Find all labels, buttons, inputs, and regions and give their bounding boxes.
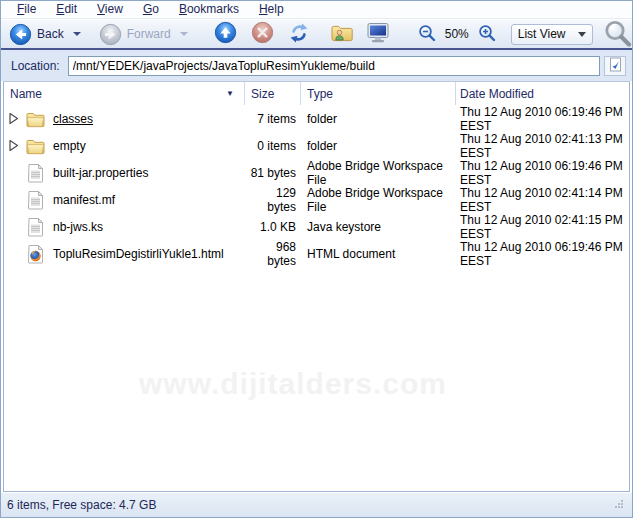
column-header-date[interactable]: Date Modified	[456, 82, 629, 105]
file-date: Thu 12 Aug 2010 02:41:15 PM EEST	[456, 213, 629, 241]
location-label: Location:	[11, 59, 60, 73]
file-size: 7 items	[245, 112, 301, 126]
status-text: 6 items, Free space: 4.7 GB	[7, 498, 156, 512]
magnifier-plus-icon	[478, 24, 496, 45]
zoom-in-button[interactable]	[478, 24, 496, 45]
menu-file[interactable]: File	[7, 1, 46, 18]
file-date: Thu 12 Aug 2010 06:19:46 PM EEST	[456, 105, 629, 133]
go-button[interactable]	[604, 56, 626, 76]
file-list: Name ▼ Size Type Date Modified classes 7…	[3, 81, 630, 492]
forward-circle-arrow-icon	[99, 23, 122, 46]
watermark: www.dijitalders.com	[139, 367, 447, 401]
expander-icon[interactable]	[8, 112, 21, 125]
forward-history-caret[interactable]	[180, 32, 188, 36]
go-icon	[609, 57, 622, 75]
search-icon	[603, 19, 632, 50]
table-row[interactable]: TopluResimDegistirliYukle1.html 968 byte…	[4, 240, 629, 267]
desktop-computer-icon	[366, 22, 390, 47]
search-button[interactable]	[603, 19, 632, 50]
view-mode-value: List View	[518, 27, 566, 41]
file-name[interactable]: classes	[53, 112, 93, 126]
file-date: Thu 12 Aug 2010 06:19:46 PM EEST	[456, 159, 629, 187]
column-size-label: Size	[251, 87, 274, 101]
expander-icon[interactable]	[8, 139, 21, 152]
file-name[interactable]: built-jar.properties	[53, 166, 148, 180]
file-size: 968 bytes	[245, 240, 301, 268]
forward-button[interactable]: Forward	[99, 23, 171, 46]
menu-bookmarks[interactable]: Bookmarks	[169, 1, 249, 18]
file-size: 0 items	[245, 139, 301, 153]
chevron-down-icon	[578, 32, 586, 37]
menu-view[interactable]: View	[87, 1, 133, 18]
location-bar: Location:	[1, 50, 632, 81]
folder-icon	[24, 110, 46, 128]
table-row[interactable]: built-jar.properties 81 bytes Adobe Brid…	[4, 159, 629, 186]
sort-descending-icon: ▼	[226, 89, 234, 98]
up-button[interactable]	[214, 21, 237, 47]
file-icon	[24, 217, 46, 237]
file-type: Adobe Bridge Workspace File	[301, 159, 456, 187]
column-header-type[interactable]: Type	[301, 82, 456, 105]
column-type-label: Type	[307, 87, 333, 101]
refresh-arrows-icon	[288, 22, 310, 47]
magnifier-minus-icon	[418, 24, 436, 45]
file-icon	[24, 163, 46, 183]
file-size: 1.0 KB	[245, 220, 301, 234]
file-type: Java keystore	[301, 220, 456, 234]
file-manager-window: File Edit View Go Bookmarks Help Back Fo…	[0, 0, 633, 518]
resize-grip-icon[interactable]	[613, 498, 624, 512]
back-history-caret[interactable]	[73, 32, 81, 36]
home-button[interactable]	[330, 22, 354, 47]
column-header-name[interactable]: Name ▼	[4, 82, 245, 105]
up-circle-arrow-icon	[214, 21, 237, 47]
list-header: Name ▼ Size Type Date Modified	[4, 82, 629, 105]
home-folder-person-icon	[330, 22, 354, 47]
zoom-level: 50%	[445, 27, 469, 41]
column-header-size[interactable]: Size	[245, 82, 301, 105]
menu-go[interactable]: Go	[133, 1, 169, 18]
file-name[interactable]: TopluResimDegistirliYukle1.html	[53, 247, 224, 261]
file-size: 129 bytes	[245, 186, 301, 214]
table-row[interactable]: nb-jws.ks 1.0 KB Java keystore Thu 12 Au…	[4, 213, 629, 240]
file-size: 81 bytes	[245, 166, 301, 180]
table-row[interactable]: classes 7 items folder Thu 12 Aug 2010 0…	[4, 105, 629, 132]
file-type: folder	[301, 139, 456, 153]
file-type: Adobe Bridge Workspace File	[301, 186, 456, 214]
file-name[interactable]: manifest.mf	[53, 193, 115, 207]
file-icon	[24, 190, 46, 210]
file-date: Thu 12 Aug 2010 06:19:46 PM EEST	[456, 240, 629, 268]
menu-edit[interactable]: Edit	[46, 1, 87, 18]
file-name[interactable]: nb-jws.ks	[53, 220, 103, 234]
location-input[interactable]	[68, 56, 600, 76]
menu-help[interactable]: Help	[249, 1, 294, 18]
zoom-out-button[interactable]	[418, 24, 436, 45]
back-label: Back	[37, 27, 64, 41]
column-date-label: Date Modified	[460, 87, 534, 101]
file-type: HTML document	[301, 247, 456, 261]
file-name[interactable]: empty	[53, 139, 86, 153]
forward-label: Forward	[127, 27, 171, 41]
firefox-icon	[24, 244, 46, 264]
stop-red-x-icon	[251, 21, 274, 47]
folder-icon	[24, 137, 46, 155]
status-bar: 6 items, Free space: 4.7 GB	[1, 492, 632, 517]
back-circle-arrow-icon	[9, 23, 32, 46]
menu-bar: File Edit View Go Bookmarks Help	[1, 1, 632, 19]
back-button[interactable]: Back	[9, 23, 64, 46]
view-mode-dropdown[interactable]: List View	[511, 24, 593, 45]
computer-button[interactable]	[366, 22, 390, 47]
stop-button[interactable]	[251, 21, 274, 47]
column-name-label: Name	[10, 87, 42, 101]
file-date: Thu 12 Aug 2010 02:41:14 PM EEST	[456, 186, 629, 214]
file-date: Thu 12 Aug 2010 02:41:13 PM EEST	[456, 132, 629, 160]
list-body: classes 7 items folder Thu 12 Aug 2010 0…	[4, 105, 629, 491]
toolbar: Back Forward	[1, 19, 632, 50]
refresh-button[interactable]	[288, 22, 310, 47]
table-row[interactable]: empty 0 items folder Thu 12 Aug 2010 02:…	[4, 132, 629, 159]
table-row[interactable]: manifest.mf 129 bytes Adobe Bridge Works…	[4, 186, 629, 213]
file-type: folder	[301, 112, 456, 126]
